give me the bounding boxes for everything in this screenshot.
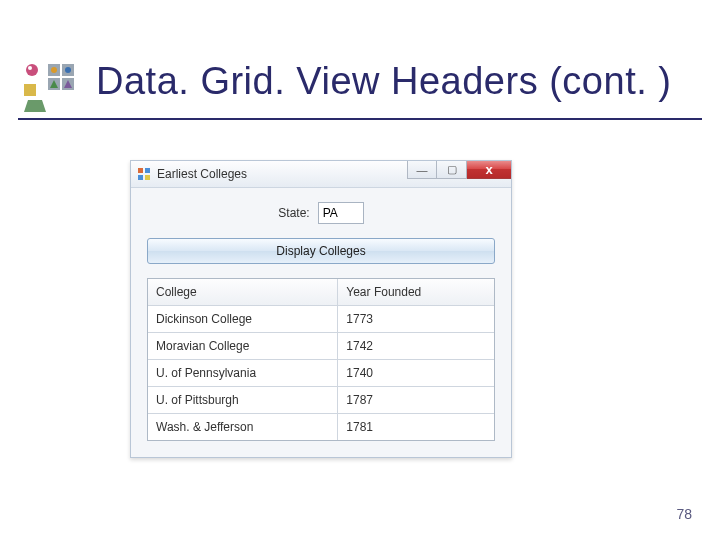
cell-year: 1787: [338, 387, 494, 413]
app-icon: [137, 167, 151, 181]
cell-year: 1742: [338, 333, 494, 359]
svg-point-5: [65, 67, 71, 73]
column-header-year[interactable]: Year Founded: [338, 279, 494, 305]
app-window: Earliest Colleges — ▢ x State: Display C…: [130, 160, 512, 458]
cell-college: Dickinson College: [148, 306, 338, 332]
state-label: State:: [278, 206, 309, 220]
display-colleges-button[interactable]: Display Colleges: [147, 238, 495, 264]
cell-college: U. of Pittsburgh: [148, 387, 338, 413]
cell-college: Moravian College: [148, 333, 338, 359]
table-row[interactable]: Moravian College 1742: [148, 333, 494, 360]
title-divider: [18, 118, 702, 120]
data-grid: College Year Founded Dickinson College 1…: [147, 278, 495, 441]
cell-year: 1773: [338, 306, 494, 332]
svg-rect-13: [145, 168, 150, 173]
svg-point-9: [28, 66, 32, 70]
window-controls: — ▢ x: [407, 161, 511, 187]
grid-header-row: College Year Founded: [148, 279, 494, 306]
cell-college: U. of Pennsylvania: [148, 360, 338, 386]
slide-logo: [18, 58, 78, 118]
svg-rect-12: [138, 168, 143, 173]
window-titlebar: Earliest Colleges — ▢ x: [131, 161, 511, 188]
cell-college: Wash. & Jefferson: [148, 414, 338, 440]
table-row[interactable]: U. of Pittsburgh 1787: [148, 387, 494, 414]
table-row[interactable]: Wash. & Jefferson 1781: [148, 414, 494, 440]
column-header-college[interactable]: College: [148, 279, 338, 305]
minimize-button[interactable]: —: [407, 161, 437, 179]
cell-year: 1740: [338, 360, 494, 386]
svg-rect-15: [145, 175, 150, 180]
svg-rect-14: [138, 175, 143, 180]
svg-point-8: [26, 64, 38, 76]
maximize-button[interactable]: ▢: [437, 161, 467, 179]
cell-year: 1781: [338, 414, 494, 440]
table-row[interactable]: Dickinson College 1773: [148, 306, 494, 333]
window-title: Earliest Colleges: [157, 167, 247, 181]
svg-point-4: [51, 67, 57, 73]
svg-marker-11: [24, 100, 46, 112]
state-row: State:: [147, 202, 495, 224]
slide-title: Data. Grid. View Headers (cont. ): [96, 60, 671, 103]
page-number: 78: [676, 506, 692, 522]
state-input[interactable]: [318, 202, 364, 224]
close-button[interactable]: x: [467, 161, 511, 179]
table-row[interactable]: U. of Pennsylvania 1740: [148, 360, 494, 387]
window-client-area: State: Display Colleges College Year Fou…: [131, 188, 511, 457]
svg-rect-10: [24, 84, 36, 96]
